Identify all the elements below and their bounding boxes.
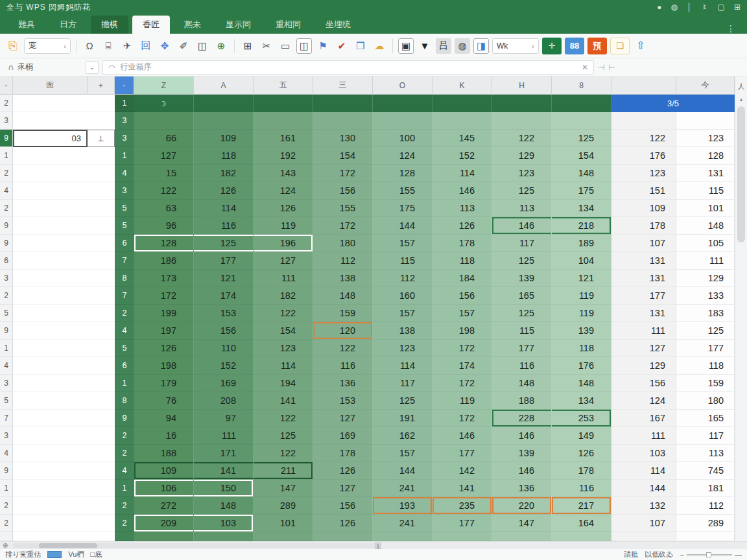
sheet-tab-label[interactable]: Vu椚 — [68, 550, 84, 559]
cell[interactable]: 155 — [313, 200, 373, 217]
cell[interactable]: 217 — [552, 497, 611, 515]
cell[interactable]: 138 — [373, 322, 433, 340]
cell[interactable]: 114 — [373, 357, 433, 375]
cell[interactable]: 178 — [433, 235, 492, 252]
cell[interactable]: 178 — [313, 445, 373, 462]
ribbon-tab-8[interactable]: 坐埋统 — [315, 16, 361, 34]
cell[interactable]: 100 — [373, 130, 433, 147]
zoom-in-icon[interactable]: — — [735, 551, 742, 559]
cell[interactable]: 101 — [676, 200, 735, 217]
horizontal-scrollbar[interactable] — [13, 543, 376, 548]
cell[interactable]: 160 — [373, 287, 433, 305]
note-button[interactable]: ❏ — [610, 38, 630, 54]
cell[interactable] — [373, 112, 433, 130]
cell[interactable]: 122 — [492, 130, 552, 147]
cell[interactable] — [88, 182, 115, 200]
cell[interactable] — [88, 147, 115, 165]
cell[interactable]: 172 — [313, 165, 373, 182]
cell[interactable]: 132 — [611, 497, 676, 515]
cell[interactable]: 154 — [313, 147, 373, 165]
row-header[interactable]: 2 — [0, 497, 13, 515]
cell[interactable]: 125 — [676, 322, 735, 340]
cell[interactable]: 116 — [313, 357, 373, 375]
cell[interactable]: 141 — [194, 462, 254, 480]
cell[interactable]: 182 — [254, 287, 313, 305]
pen-icon[interactable]: ✐ — [176, 38, 191, 54]
cell[interactable]: ϶ — [134, 95, 194, 112]
cell[interactable]: 211 — [254, 462, 313, 480]
cell[interactable]: 109 — [194, 130, 254, 147]
sum-button[interactable]: ✛ — [542, 38, 562, 54]
inner-row-header[interactable]: 2 — [115, 515, 134, 532]
column-header-selected[interactable]: - — [115, 76, 134, 95]
cell[interactable]: 141 — [254, 392, 313, 410]
cell[interactable]: 144 — [611, 480, 676, 497]
cell[interactable] — [88, 235, 115, 252]
cell[interactable]: 169 — [194, 375, 254, 392]
cell[interactable]: 109 — [134, 462, 194, 480]
cell[interactable] — [194, 112, 254, 130]
cell[interactable]: 159 — [676, 375, 735, 392]
account-icon[interactable]: ◍ — [671, 3, 678, 12]
cell[interactable]: 175 — [552, 182, 611, 200]
cell[interactable]: 165 — [492, 287, 552, 305]
cell[interactable]: 123 — [254, 340, 313, 357]
add-sheet-label[interactable]: □底 — [90, 550, 102, 559]
cell[interactable]: 142 — [433, 462, 492, 480]
cell[interactable] — [88, 497, 115, 515]
horizontal-scroll-thumb[interactable] — [39, 543, 97, 548]
cell[interactable]: 172 — [433, 410, 492, 427]
cell[interactable] — [13, 410, 88, 427]
cell[interactable]: 156 — [194, 322, 254, 340]
inner-row-header[interactable]: 8 — [115, 270, 134, 287]
cell[interactable]: 113 — [433, 200, 492, 217]
inner-row-header[interactable]: 2 — [115, 497, 134, 515]
row-header[interactable]: 4 — [0, 357, 13, 375]
cell[interactable]: 121 — [194, 270, 254, 287]
cell[interactable]: 125 — [254, 427, 313, 445]
cell[interactable]: 118 — [676, 357, 735, 375]
cell[interactable]: 114 — [194, 200, 254, 217]
cell[interactable]: 164 — [552, 515, 611, 532]
cell[interactable] — [13, 497, 88, 515]
cell[interactable]: 156 — [313, 182, 373, 200]
cell[interactable]: 156 — [433, 287, 492, 305]
cell[interactable]: 146 — [433, 182, 492, 200]
cell[interactable] — [88, 112, 115, 130]
cell[interactable]: 111 — [194, 427, 254, 445]
cell[interactable]: 176 — [552, 357, 611, 375]
cell[interactable]: 104 — [552, 252, 611, 270]
cell[interactable]: 119 — [552, 287, 611, 305]
cell[interactable]: 198 — [134, 357, 194, 375]
cell[interactable] — [13, 165, 88, 182]
cell[interactable]: 117 — [492, 235, 552, 252]
cell[interactable]: 152 — [433, 147, 492, 165]
column-header-outer-2[interactable]: + — [88, 76, 115, 95]
cell[interactable] — [88, 305, 115, 322]
cell[interactable] — [13, 357, 88, 375]
cell[interactable]: 289 — [254, 497, 313, 515]
cell[interactable]: 148 — [676, 217, 735, 235]
cell[interactable]: 154 — [254, 322, 313, 340]
cell[interactable] — [13, 235, 88, 252]
cell[interactable]: 114 — [433, 165, 492, 182]
cell[interactable] — [254, 532, 313, 541]
row-header[interactable]: 9 — [0, 217, 13, 235]
inner-row-header[interactable]: 2 — [115, 427, 134, 445]
cell[interactable]: 147 — [492, 515, 552, 532]
cell[interactable]: 126 — [313, 515, 373, 532]
row-header[interactable]: 2 — [0, 515, 13, 532]
cell[interactable] — [88, 200, 115, 217]
cell[interactable] — [88, 252, 115, 270]
inner-row-header[interactable]: 6 — [115, 235, 134, 252]
cell[interactable]: 125 — [194, 235, 254, 252]
cell[interactable] — [88, 322, 115, 340]
formula-clear-icon[interactable]: ✕ — [582, 63, 588, 72]
cell[interactable]: 228 — [492, 410, 552, 427]
inner-row-header[interactable]: 1 — [115, 95, 134, 112]
cell[interactable]: 125 — [492, 182, 552, 200]
cell[interactable]: 177 — [676, 340, 735, 357]
cell[interactable] — [88, 392, 115, 410]
cell[interactable]: 136 — [492, 480, 552, 497]
cell[interactable]: 136 — [313, 375, 373, 392]
